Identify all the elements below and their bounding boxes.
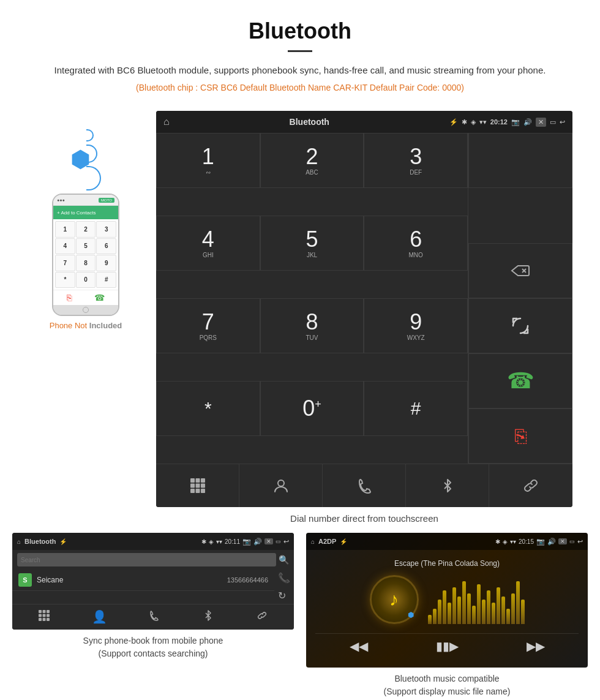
svg-rect-4: [201, 478, 205, 483]
pb-contact-name: Seicane: [37, 576, 227, 584]
phonebook-screen: ⌂ Bluetooth ⚡ ✱ ◈ ▾▾ 20:11 📷 🔊 ✕ ▭ ↩: [12, 533, 294, 630]
svg-rect-16: [42, 614, 45, 617]
music-wifi-icon: ▾▾: [510, 538, 516, 545]
dial-key-6[interactable]: 6MNO: [364, 216, 468, 271]
svg-rect-19: [42, 618, 45, 621]
dial-key-8[interactable]: 8TUV: [260, 298, 364, 353]
dial-key-7[interactable]: 7PQRS: [156, 298, 260, 353]
phone-end-call-icon[interactable]: ⎘: [67, 293, 72, 303]
phone-carrier-label: MOTO: [99, 198, 114, 203]
dial-key-star[interactable]: *: [156, 381, 260, 436]
music-cam-icon: 📷: [536, 538, 545, 546]
close-icon[interactable]: ✕: [536, 118, 546, 127]
phone-key-hash[interactable]: #: [96, 272, 116, 288]
music-fast-forward-button[interactable]: ▶▶: [527, 639, 545, 653]
phone-home-button[interactable]: [83, 307, 89, 313]
pb-link-icon[interactable]: [256, 609, 268, 625]
dial-phone-icon[interactable]: [323, 464, 406, 507]
status-time: 20:12: [490, 118, 508, 126]
pb-contact-row[interactable]: S Seicane 13566664466: [12, 570, 274, 591]
dial-key-0[interactable]: 0+: [260, 381, 364, 436]
pb-bottom-icons: 👤: [12, 604, 294, 630]
home-icon[interactable]: ⌂: [163, 116, 170, 127]
page-description: Integrated with BC6 Bluetooth module, su…: [37, 63, 563, 78]
dial-contacts-icon[interactable]: [239, 464, 323, 507]
music-rewind-button[interactable]: ◀◀: [350, 639, 368, 653]
dial-key-1[interactable]: 1∾: [156, 133, 260, 188]
dial-key-4[interactable]: 4GHI: [156, 216, 260, 271]
pb-search-input[interactable]: [17, 553, 276, 566]
pb-contacts-active-icon[interactable]: 👤: [92, 609, 107, 625]
dial-key-9[interactable]: 9WXYZ: [364, 298, 468, 353]
dial-key-2[interactable]: 2ABC: [260, 133, 364, 188]
dial-delete-button[interactable]: [468, 243, 572, 298]
volume-icon[interactable]: 🔊: [523, 118, 532, 126]
svg-rect-3: [195, 478, 200, 483]
dial-screen-title: Bluetooth: [290, 117, 329, 127]
window-icon[interactable]: ▭: [550, 118, 556, 126]
dial-call-button[interactable]: ☎: [468, 353, 572, 408]
dial-key-hash[interactable]: #: [364, 381, 468, 436]
svg-rect-7: [201, 484, 205, 488]
dial-bluetooth-icon[interactable]: [406, 464, 489, 507]
phone-key-0[interactable]: 0: [76, 272, 96, 288]
spectrum-bar: [467, 593, 471, 624]
phone-call-icon[interactable]: ☎: [94, 293, 105, 303]
dial-link-icon[interactable]: [489, 464, 572, 507]
phone-key-3[interactable]: 3: [96, 221, 116, 238]
pb-loc-icon: ◈: [209, 538, 214, 545]
phone-home-bar: [53, 305, 118, 315]
svg-rect-5: [190, 484, 195, 488]
pb-home-icon[interactable]: ⌂: [17, 538, 21, 545]
phone-key-star[interactable]: *: [55, 272, 75, 288]
music-win-icon[interactable]: ▭: [569, 538, 575, 544]
music-screen: ⌂ A2DP ⚡ ✱ ◈ ▾▾ 20:15 📷 🔊 ✕ ▭ ↩: [306, 533, 588, 668]
pb-x-icon[interactable]: ✕: [264, 538, 273, 544]
pb-side-phone-icon[interactable]: 📞: [278, 572, 290, 584]
pb-call-icon[interactable]: [148, 609, 160, 625]
phone-key-5[interactable]: 5: [76, 238, 96, 255]
dial-key-5[interactable]: 5JKL: [260, 216, 364, 271]
phone-key-8[interactable]: 8: [76, 255, 96, 271]
pb-bluetooth-icon[interactable]: [202, 609, 214, 625]
spectrum-bar: [521, 600, 525, 624]
phone-key-1[interactable]: 1: [55, 221, 75, 238]
signal-arc-large: [86, 166, 101, 190]
pb-dial-pad-icon[interactable]: [38, 609, 50, 625]
pb-search-bar: 🔍: [12, 550, 294, 570]
dial-key-3[interactable]: 3DEF: [364, 133, 468, 188]
svg-rect-17: [47, 614, 50, 617]
phone-mockup: ●●● MOTO + Add to Contacts 1 2 3 4 5 6 7…: [52, 194, 119, 316]
music-caption: Bluetooth music compatible(Support displ…: [381, 668, 514, 698]
svg-rect-2: [190, 478, 195, 483]
pb-statusbar: ⌂ Bluetooth ⚡ ✱ ◈ ▾▾ 20:11 📷 🔊 ✕ ▭ ↩: [12, 533, 294, 550]
dial-end-call-button[interactable]: ⎘: [468, 408, 572, 464]
phone-key-4[interactable]: 4: [55, 238, 75, 255]
svg-rect-13: [42, 610, 45, 613]
phone-key-2[interactable]: 2: [76, 221, 96, 238]
pb-time: 20:11: [225, 538, 240, 545]
music-play-pause-button[interactable]: ▮▮▶: [436, 639, 459, 653]
dial-refresh-button[interactable]: [468, 298, 572, 353]
music-x-icon[interactable]: ✕: [558, 538, 567, 544]
dial-grid-icon[interactable]: [156, 464, 239, 507]
search-icon[interactable]: 🔍: [279, 555, 289, 565]
music-home-icon[interactable]: ⌂: [311, 538, 315, 545]
pb-side-refresh-icon[interactable]: ↻: [278, 590, 290, 601]
dial-bottom-bar: [156, 464, 572, 507]
music-back-icon[interactable]: ↩: [577, 538, 583, 546]
phone-key-7[interactable]: 7: [55, 255, 75, 271]
phone-key-9[interactable]: 9: [96, 255, 116, 271]
location-status-icon: ◈: [471, 118, 476, 126]
phone-container: ⬢ ●●● MOTO + Add to Contacts 1 2 3: [28, 111, 144, 330]
pb-back-icon[interactable]: ↩: [283, 538, 289, 546]
svg-rect-12: [39, 610, 42, 613]
phonebook-card: ⌂ Bluetooth ⚡ ✱ ◈ ▾▾ 20:11 📷 🔊 ✕ ▭ ↩: [12, 533, 294, 698]
title-divider: [288, 50, 312, 52]
music-spectrum: [428, 575, 525, 624]
pb-usb-icon: ⚡: [59, 538, 67, 545]
back-icon[interactable]: ↩: [560, 118, 565, 126]
camera-icon[interactable]: 📷: [511, 118, 520, 126]
pb-win-icon[interactable]: ▭: [276, 538, 281, 544]
phone-key-6[interactable]: 6: [96, 238, 116, 255]
